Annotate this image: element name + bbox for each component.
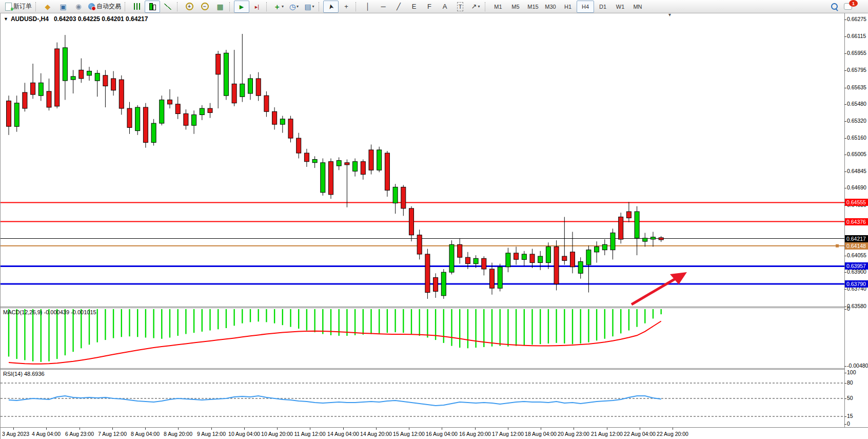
- candle[interactable]: [329, 159, 333, 199]
- candle[interactable]: [619, 213, 623, 243]
- candle[interactable]: [160, 96, 164, 125]
- candle[interactable]: [264, 91, 269, 117]
- candle[interactable]: [135, 105, 140, 135]
- candle[interactable]: [312, 156, 317, 168]
- candle[interactable]: [337, 157, 341, 170]
- candle[interactable]: [441, 269, 446, 299]
- candle[interactable]: [55, 43, 60, 109]
- candle[interactable]: [458, 238, 462, 264]
- chart-window[interactable]: ▼ AUDUSD-,H4 0.64203 0.64225 0.64201 0.6…: [0, 13, 868, 439]
- timeframe-button-mn[interactable]: MN: [629, 1, 646, 13]
- candle[interactable]: [304, 149, 309, 167]
- candle[interactable]: [595, 241, 599, 263]
- candle[interactable]: [409, 206, 414, 241]
- fibonacci-tool-button[interactable]: F: [422, 1, 437, 13]
- rsi-pane[interactable]: RSI(14) 48.6936: [1, 370, 844, 427]
- candle[interactable]: [377, 147, 382, 173]
- arrows-tool-button[interactable]: ↗▾: [468, 1, 483, 13]
- timeframe-button-h4[interactable]: H4: [577, 1, 594, 13]
- timeframe-button-m5[interactable]: M5: [507, 1, 524, 13]
- candle[interactable]: [127, 102, 132, 134]
- candle[interactable]: [449, 240, 454, 274]
- cursor-tool-button[interactable]: ➤: [323, 1, 339, 13]
- price-pane[interactable]: ▼ AUDUSD-,H4 0.64203 0.64225 0.64201 0.6…: [1, 13, 844, 307]
- chart-shift-button[interactable]: ▸|: [249, 1, 265, 13]
- candle[interactable]: [224, 50, 228, 100]
- templates-button[interactable]: ▤▾: [302, 1, 317, 13]
- candle[interactable]: [23, 83, 27, 111]
- channel-tool-button[interactable]: E: [406, 1, 422, 13]
- candle[interactable]: [280, 116, 285, 133]
- candle[interactable]: [248, 74, 253, 100]
- candle[interactable]: [232, 50, 236, 106]
- text-tool-button[interactable]: A: [437, 1, 452, 13]
- new-order-button[interactable]: 新订单: [3, 1, 34, 13]
- horizontal-line-tool-button[interactable]: ─: [376, 1, 391, 13]
- line-drag-handle[interactable]: [836, 244, 839, 247]
- auto-trading-button[interactable]: 自动交易: [86, 1, 123, 13]
- candle[interactable]: [506, 248, 510, 273]
- candle[interactable]: [31, 64, 35, 99]
- crosshair-tool-button[interactable]: +: [339, 1, 354, 13]
- zoom-out-button[interactable]: −: [197, 1, 212, 13]
- candle[interactable]: [626, 202, 631, 222]
- candle[interactable]: [401, 185, 406, 216]
- candlestick-chart-button[interactable]: [145, 1, 160, 13]
- candle[interactable]: [385, 151, 389, 197]
- candle[interactable]: [490, 263, 495, 295]
- candle[interactable]: [256, 72, 261, 101]
- chart-shift-marker[interactable]: ▾: [668, 12, 671, 17]
- candle[interactable]: [345, 160, 349, 207]
- timeframe-button-h1[interactable]: H1: [559, 1, 577, 13]
- candle[interactable]: [168, 89, 172, 108]
- timeframe-button-m15[interactable]: M15: [524, 1, 542, 13]
- candle[interactable]: [240, 34, 245, 102]
- candle[interactable]: [321, 159, 325, 196]
- candle[interactable]: [425, 249, 430, 299]
- candle[interactable]: [47, 79, 51, 110]
- candle[interactable]: [151, 119, 156, 146]
- text-label-tool-button[interactable]: T: [452, 1, 468, 13]
- timeframe-button-m30[interactable]: M30: [542, 1, 559, 13]
- candle[interactable]: [433, 273, 438, 298]
- candle[interactable]: [643, 233, 647, 247]
- collapse-icon[interactable]: ▼: [4, 16, 8, 22]
- candle[interactable]: [522, 251, 526, 266]
- indicators-button[interactable]: ＋▾: [271, 1, 286, 13]
- candle[interactable]: [14, 96, 19, 132]
- candle[interactable]: [353, 159, 358, 177]
- candle[interactable]: [38, 73, 43, 101]
- tile-windows-button[interactable]: ▦: [212, 1, 228, 13]
- candle[interactable]: [361, 160, 365, 180]
- candle[interactable]: [482, 256, 486, 275]
- candle[interactable]: [79, 59, 84, 83]
- candle[interactable]: [651, 232, 656, 247]
- candle[interactable]: [393, 184, 398, 214]
- candle[interactable]: [514, 247, 519, 265]
- candle[interactable]: [610, 228, 615, 259]
- candle[interactable]: [216, 51, 221, 108]
- annotation-arrow[interactable]: [632, 272, 687, 304]
- candle[interactable]: [63, 35, 67, 100]
- candle[interactable]: [95, 70, 100, 97]
- trendline-tool-button[interactable]: ╱: [391, 1, 406, 13]
- timeframe-button-d1[interactable]: D1: [594, 1, 611, 13]
- candle[interactable]: [586, 245, 591, 292]
- candle[interactable]: [71, 70, 75, 93]
- timeframe-button-w1[interactable]: W1: [611, 1, 629, 13]
- candle[interactable]: [288, 116, 293, 143]
- candle[interactable]: [417, 230, 422, 259]
- candle[interactable]: [87, 67, 92, 81]
- notifications-button[interactable]: 1: [842, 1, 863, 13]
- line-chart-button[interactable]: [160, 1, 175, 13]
- candle[interactable]: [570, 232, 575, 274]
- candle[interactable]: [119, 75, 124, 115]
- bar-chart-button[interactable]: [129, 1, 145, 13]
- strategy-tester-button[interactable]: ◉: [71, 1, 86, 13]
- candle[interactable]: [635, 206, 639, 255]
- candle[interactable]: [369, 145, 373, 175]
- auto-scroll-button[interactable]: ▶: [234, 1, 249, 13]
- candle[interactable]: [7, 96, 11, 135]
- candlestick-chart[interactable]: [1, 13, 844, 307]
- candle[interactable]: [200, 105, 204, 120]
